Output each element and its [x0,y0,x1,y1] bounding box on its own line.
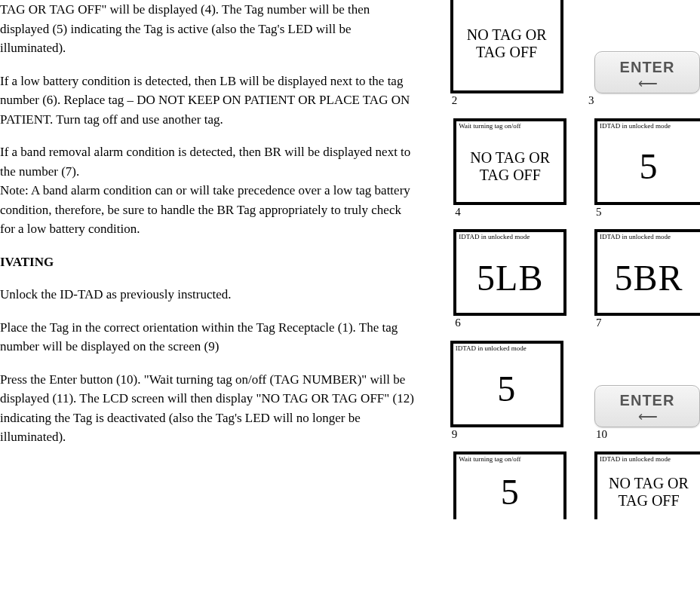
screen-text: 5 [501,465,520,519]
screen-text: NO TAG OR TAG OFF [456,26,557,61]
paragraph-1: TAG OR TAG OFF" will be displayed (4). T… [0,0,419,58]
enter-label: ENTER [620,56,675,78]
screen-caption: IDTAD in unlocked mode [597,232,700,243]
screen-box-11: Wait turning tag on/off 5 [453,451,566,519]
diagram-row-3: IDTAD in unlocked mode 5LB 6 IDTAD in un… [430,229,700,332]
screen-box-4: Wait turning tag on/off NO TAG OR TAG OF… [453,118,566,205]
step-number-6: 6 [453,314,461,332]
step-number-2: 2 [450,92,458,109]
text-column: TAG OR TAG OFF" will be displayed (4). T… [0,0,430,609]
step-number-7: 7 [594,314,602,332]
screen-box-9: IDTAD in unlocked mode 5 [450,341,563,427]
screen-caption: IDTAD in unlocked mode [597,121,700,132]
enter-label: ENTER [620,389,675,412]
paragraph-5: Unlock the ID-TAD as previously instruct… [0,285,419,304]
screen-text: NO TAG OR TAG OFF [459,149,560,184]
step-number-4: 4 [453,204,461,221]
screen-box-12: IDTAD in unlocked mode NO TAG OR TAG OFF [594,451,700,519]
screen-text: 5LB [477,251,543,305]
diagram-row-5: Wait turning tag on/off 5 IDTAD in unloc… [430,451,700,519]
paragraph-7: Press the Enter button (10). "Wait turni… [0,370,419,447]
paragraph-2: If a low battery condition is detected, … [0,72,419,130]
enter-arrow-icon: ⟵ [638,412,656,422]
diagram-row-2: Wait turning tag on/off NO TAG OR TAG OF… [430,118,700,221]
screen-text: 5BR [614,251,683,305]
diagram-row-4: IDTAD in unlocked mode 5 9 ENTER ⟵ 10 [430,341,700,443]
screen-caption: IDTAD in unlocked mode [453,344,560,354]
screen-box-2: IDTAD in unlocked mode NO TAG OR TAG OFF [450,0,563,93]
step-number-5: 5 [594,204,602,221]
screen-caption: IDTAD in unlocked mode [456,232,563,243]
step-number-10: 10 [587,426,607,443]
screen-box-6: IDTAD in unlocked mode 5LB [453,229,566,316]
paragraph-6: Place the Tag in the correct orientation… [0,318,419,357]
screen-caption: Wait turning tag on/off [456,454,563,464]
screen-caption: IDTAD in unlocked mode [597,454,700,465]
screen-text: NO TAG OR TAG OFF [600,475,697,510]
screen-caption: Wait turning tag on/off [456,121,563,132]
enter-arrow-icon: ⟵ [638,78,656,89]
screen-box-5: IDTAD in unlocked mode 5 [594,118,700,205]
diagram-column: IDTAD in unlocked mode NO TAG OR TAG OFF… [430,0,700,609]
enter-button[interactable]: ENTER ⟵ [594,385,700,427]
step-number-9: 9 [450,426,458,443]
enter-button[interactable]: ENTER ⟵ [594,51,700,93]
screen-text: 5 [640,139,659,194]
paragraph-3: If a band removal alarm condition is det… [0,142,419,181]
screen-box-7: IDTAD in unlocked mode 5BR [594,229,700,316]
screen-text: 5 [497,362,516,416]
step-number-3: 3 [587,92,594,109]
section-heading: IVATING [0,252,419,272]
paragraph-4: Note: A band alarm condition can or will… [0,181,419,239]
diagram-row-1: IDTAD in unlocked mode NO TAG OR TAG OFF… [430,0,700,109]
